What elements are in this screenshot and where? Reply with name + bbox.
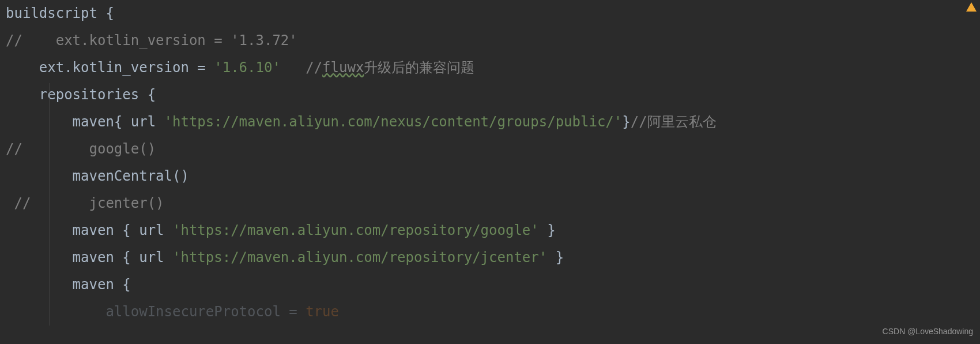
indent <box>6 304 105 320</box>
indent <box>6 59 39 76</box>
string-literal: 'https://maven.aliyun.com/repository/goo… <box>172 222 539 238</box>
code-text: } <box>622 114 630 130</box>
comment-text: // jcenter() <box>6 195 164 211</box>
code-text: mavenCentral() <box>73 168 189 184</box>
indent <box>6 87 39 103</box>
comment-slash: // <box>306 59 322 76</box>
string-literal: 'https://maven.aliyun.com/repository/jce… <box>172 249 547 266</box>
code-line[interactable]: buildscript { <box>6 0 980 27</box>
code-line[interactable]: maven{ url 'https://maven.aliyun.com/nex… <box>6 109 980 136</box>
code-line[interactable]: repositories { <box>6 81 980 109</box>
indent <box>6 114 73 130</box>
code-line[interactable]: mavenCentral() <box>6 163 980 190</box>
code-line[interactable]: allowInsecureProtocol = true <box>6 298 980 326</box>
code-line[interactable]: // jcenter() <box>6 190 980 217</box>
spacer <box>281 59 306 76</box>
watermark-text: CSDN @LoveShadowing <box>883 324 973 339</box>
code-text: maven { url <box>73 222 172 238</box>
string-literal: '1.6.10' <box>214 59 281 76</box>
code-text: maven { <box>73 276 131 293</box>
code-line[interactable]: ext.kotlin_version = '1.6.10' //fluwx升级后… <box>6 54 980 81</box>
string-literal: 'https://maven.aliyun.com/nexus/content/… <box>164 114 623 130</box>
indent <box>6 276 73 293</box>
keyword-true: true <box>306 304 339 320</box>
code-line[interactable]: maven { url 'https://maven.aliyun.com/re… <box>6 217 980 244</box>
code-text: buildscript { <box>6 5 114 21</box>
code-line[interactable]: maven { url 'https://maven.aliyun.com/re… <box>6 244 980 271</box>
warning-icon[interactable] <box>966 2 977 12</box>
code-line[interactable]: maven { <box>6 271 980 298</box>
code-editor[interactable]: buildscript { // ext.kotlin_version = '1… <box>0 0 980 326</box>
code-text: } <box>547 249 564 266</box>
code-text: ext.kotlin_version = <box>39 59 214 76</box>
code-text: repositories { <box>39 87 156 103</box>
comment-text: // ext.kotlin_version = '1.3.72' <box>6 32 297 48</box>
indent-guide <box>50 83 50 326</box>
code-text: } <box>539 222 556 238</box>
code-text: maven { url <box>73 249 172 266</box>
code-text: allowInsecureProtocol = <box>105 304 306 320</box>
comment-text: 升级后的兼容问题 <box>364 59 474 76</box>
indent <box>6 222 73 238</box>
comment-underlined: fluwx <box>322 59 364 76</box>
indent <box>6 249 73 266</box>
code-line[interactable]: // ext.kotlin_version = '1.3.72' <box>6 27 980 54</box>
code-line[interactable]: // google() <box>6 136 980 163</box>
comment-text: // google() <box>6 141 156 157</box>
comment-text: //阿里云私仓 <box>631 114 717 130</box>
code-text: maven{ url <box>73 114 164 130</box>
indent <box>6 168 73 184</box>
